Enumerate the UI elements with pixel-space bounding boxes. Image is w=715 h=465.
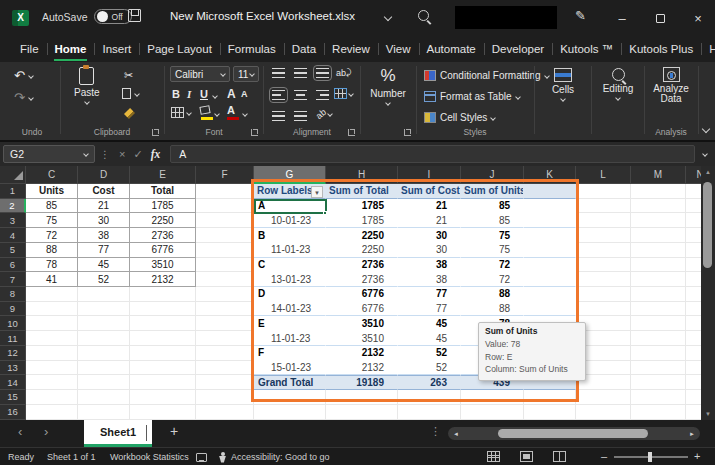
cell-I2[interactable]: 21 <box>398 199 461 214</box>
cell-L9[interactable] <box>576 302 631 317</box>
cell-E3[interactable]: 2250 <box>130 213 196 228</box>
cell-J3[interactable]: 85 <box>461 213 524 228</box>
maximize-button[interactable] <box>640 0 680 36</box>
cell-K4[interactable] <box>524 228 576 243</box>
row-header-13[interactable]: 13 <box>0 361 26 376</box>
cell-C6[interactable]: 78 <box>26 258 78 273</box>
cell-C14[interactable] <box>26 375 78 390</box>
row-header-6[interactable]: 6 <box>0 258 26 273</box>
cell-E7[interactable]: 2132 <box>130 272 196 287</box>
cell-D2[interactable]: 21 <box>78 199 130 214</box>
align-left-icon[interactable] <box>272 90 285 100</box>
cell-I8[interactable]: 77 <box>398 287 461 302</box>
cell-M9[interactable] <box>631 302 686 317</box>
cell-F6[interactable] <box>196 258 254 273</box>
row-header-15[interactable]: 15 <box>0 390 26 405</box>
cell-L8[interactable] <box>576 287 631 302</box>
zoom-in-button[interactable]: + <box>694 450 700 462</box>
zoom-out-button[interactable]: – <box>601 450 607 462</box>
decrease-font-button[interactable]: A <box>241 89 248 99</box>
cell-K2[interactable] <box>524 199 576 214</box>
column-header-L[interactable]: L <box>576 166 631 184</box>
cell-I12[interactable]: 52 <box>398 346 461 361</box>
cell-F4[interactable] <box>196 228 254 243</box>
cell-E15[interactable] <box>130 390 196 405</box>
cell-G2[interactable]: A <box>254 199 326 214</box>
cell-G1[interactable]: Row Labels▼ <box>254 184 326 199</box>
cell-I9[interactable]: 77 <box>398 302 461 317</box>
cut-button[interactable]: ✂ <box>124 69 133 82</box>
cell-H8[interactable]: 6776 <box>326 287 398 302</box>
fill-color-button[interactable] <box>199 106 213 120</box>
cell-I13[interactable]: 52 <box>398 361 461 376</box>
cell-E5[interactable]: 6776 <box>130 243 196 258</box>
cell-D3[interactable]: 30 <box>78 213 130 228</box>
cell-C7[interactable]: 41 <box>26 272 78 287</box>
cell-K15[interactable] <box>524 390 576 405</box>
cell-H4[interactable]: 2250 <box>326 228 398 243</box>
save-icon[interactable] <box>128 9 141 22</box>
cell-C5[interactable]: 88 <box>26 243 78 258</box>
cell-C8[interactable] <box>26 287 78 302</box>
cells-button[interactable]: Cells <box>545 68 581 101</box>
cell-C16[interactable] <box>26 405 78 420</box>
cell-D15[interactable] <box>78 390 130 405</box>
vertical-scroll-thumb[interactable] <box>703 182 712 268</box>
cell-G7[interactable]: 13-01-23 <box>254 272 326 287</box>
italic-button[interactable]: I <box>187 88 191 100</box>
ribbon-tab-developer[interactable]: Developer <box>484 36 552 62</box>
undo-button[interactable]: ↶ <box>14 68 33 83</box>
fill-handle[interactable] <box>323 211 327 215</box>
cell-L2[interactable] <box>576 199 631 214</box>
underline-button[interactable]: U <box>200 88 208 100</box>
font-size-select[interactable]: 11 <box>233 66 259 82</box>
cell-M10[interactable] <box>631 316 686 331</box>
cell-L7[interactable] <box>576 272 631 287</box>
column-header-I[interactable]: I <box>398 166 461 184</box>
cell-G8[interactable]: D <box>254 287 326 302</box>
cell-H10[interactable]: 3510 <box>326 316 398 331</box>
cell-J16[interactable] <box>461 405 524 420</box>
align-middle-icon[interactable] <box>294 68 307 78</box>
cell-I16[interactable] <box>398 405 461 420</box>
cell-M15[interactable] <box>631 390 686 405</box>
row-header-11[interactable]: 11 <box>0 331 26 346</box>
cell-M3[interactable] <box>631 213 686 228</box>
cell-M2[interactable] <box>631 199 686 214</box>
cell-M5[interactable] <box>631 243 686 258</box>
conditional-formatting-button[interactable]: Conditional Formatting <box>424 67 549 84</box>
bold-button[interactable]: B <box>172 88 180 100</box>
cell-styles-button[interactable]: Cell Styles <box>424 109 495 126</box>
cell-L4[interactable] <box>576 228 631 243</box>
align-right-icon[interactable] <box>316 90 329 100</box>
cell-F5[interactable] <box>196 243 254 258</box>
scrollbar-splitter-icon[interactable]: ⋮ <box>430 425 441 438</box>
clipboard-dialog-launcher-icon[interactable] <box>152 129 159 136</box>
column-header-E[interactable]: E <box>130 166 196 184</box>
cell-C9[interactable] <box>26 302 78 317</box>
cell-G5[interactable]: 11-01-23 <box>254 243 326 258</box>
cell-F14[interactable] <box>196 375 254 390</box>
cell-J5[interactable]: 75 <box>461 243 524 258</box>
cell-M1[interactable] <box>631 184 686 199</box>
column-header-J[interactable]: J <box>461 166 524 184</box>
column-header-M[interactable]: M <box>631 166 686 184</box>
cell-H11[interactable]: 3510 <box>326 331 398 346</box>
workbook-statistics-button[interactable]: Workbook Statistics <box>110 448 189 465</box>
row-header-5[interactable]: 5 <box>0 243 26 258</box>
collapse-ribbon-icon[interactable] <box>702 125 710 133</box>
cell-H2[interactable]: 1785 <box>326 199 398 214</box>
cell-M11[interactable] <box>631 331 686 346</box>
close-button[interactable]: × <box>678 0 715 36</box>
search-icon[interactable] <box>418 10 429 21</box>
cell-J7[interactable]: 72 <box>461 272 524 287</box>
cell-C13[interactable] <box>26 361 78 376</box>
cell-F8[interactable] <box>196 287 254 302</box>
column-header-C[interactable]: C <box>26 166 78 184</box>
cell-I5[interactable]: 30 <box>398 243 461 258</box>
cell-H6[interactable]: 2736 <box>326 258 398 273</box>
cell-I4[interactable]: 30 <box>398 228 461 243</box>
cell-F7[interactable] <box>196 272 254 287</box>
cell-G13[interactable]: 15-01-23 <box>254 361 326 376</box>
cell-E2[interactable]: 1785 <box>130 199 196 214</box>
